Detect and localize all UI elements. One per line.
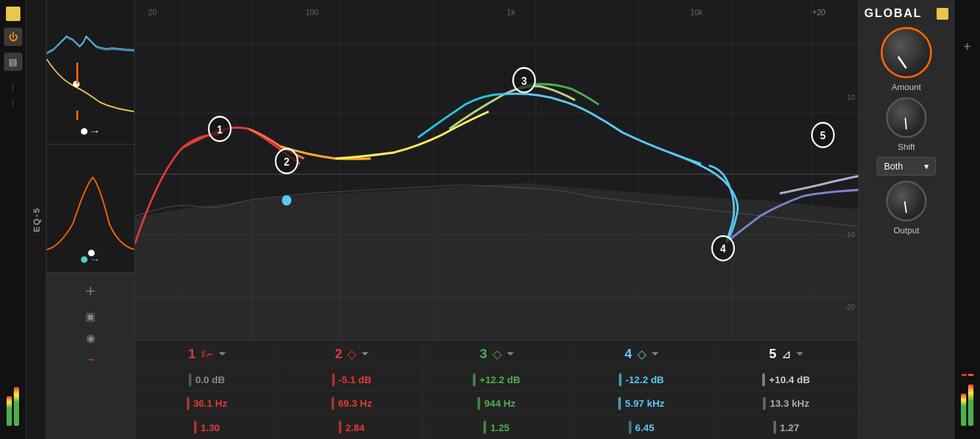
right-orange-dash [968, 374, 973, 376]
right-plus-button[interactable]: + [964, 39, 971, 55]
sidebar-label-area: EQ-5 [26, 0, 46, 439]
right-dash-indicators [962, 374, 973, 376]
shift-knob[interactable] [886, 97, 927, 138]
band-2-gain[interactable]: -5.1 dB [280, 368, 424, 391]
teal-dot [81, 256, 87, 263]
white-dot [81, 128, 87, 135]
main-eq-area: 20 100 1k 10k +20 -10 -10 -20 [135, 0, 858, 439]
add-band-button[interactable]: + [86, 281, 95, 301]
band-4-num: 4 [625, 346, 632, 361]
band-2-num: 2 [335, 346, 342, 361]
band-1-freq-value: 36.1 Hz [193, 398, 228, 409]
band-4-icon: ◇ [637, 347, 647, 361]
band-2-freq-value: 69.3 Hz [338, 398, 372, 409]
white-arrow-indicator: → [81, 126, 101, 137]
db-minus20: -20 [845, 303, 855, 311]
svg-rect-3 [76, 110, 78, 120]
svg-point-24 [282, 195, 291, 206]
band-3-freq[interactable]: 944 Hz [424, 392, 569, 415]
left-meter-bar-2 [14, 387, 19, 427]
band-4-gain-value: -12.2 dB [625, 374, 664, 385]
svg-rect-2 [76, 62, 78, 84]
band-1-gain[interactable]: 0.0 dB [135, 368, 280, 391]
band-4-dropdown[interactable] [652, 352, 658, 356]
freq-20: 20 [148, 8, 157, 17]
band-4-q-indicator [629, 421, 631, 434]
svg-text:3: 3 [522, 74, 527, 87]
mini-eq-middle: → [47, 145, 134, 273]
both-dropdown[interactable]: Both ▾ [877, 157, 936, 175]
right-strip: + [954, 0, 980, 439]
white-arrow-icon: → [90, 126, 101, 137]
band-5-q[interactable]: 1.27 [714, 415, 858, 439]
eq-graph[interactable]: 20 100 1k 10k +20 -10 -10 -20 [135, 0, 858, 340]
band-1-q-value: 1.30 [201, 422, 220, 433]
band-3-type[interactable]: 3 ◇ [424, 340, 569, 367]
db-minus10: -10 [845, 231, 855, 239]
output-knob[interactable] [886, 181, 927, 221]
band-1-gain-value: 0.0 dB [195, 374, 225, 385]
band-1-gain-indicator [189, 373, 191, 386]
amount-knob-container: Amount [859, 27, 954, 92]
band-5-freq-value: 13.3 kHz [770, 398, 809, 409]
band-5-gain-value: +10.4 dB [769, 374, 810, 385]
band-3-dropdown[interactable] [507, 352, 514, 356]
band-2-type[interactable]: 2 ◇ [280, 340, 424, 367]
sidebar-panel: → → + ▣ ◉ → [46, 0, 135, 439]
band-2-dropdown[interactable] [362, 352, 368, 356]
shift-label: Shift [898, 142, 915, 152]
band-4-q[interactable]: 6.45 [570, 415, 714, 439]
q-row: 1.30 2.84 1.25 6.45 1.27 [135, 415, 858, 439]
band-5-dropdown[interactable] [796, 352, 803, 356]
band-3-gain-value: +12.2 dB [479, 374, 520, 385]
window-icon[interactable]: ▣ [86, 310, 95, 323]
band-4-gain-indicator [619, 373, 622, 386]
clock-icon[interactable]: ◉ [86, 332, 95, 344]
band-4-freq[interactable]: 5.97 kHz [570, 392, 714, 415]
teal-arrow-icon: → [90, 254, 101, 266]
band-5-freq[interactable]: 13.3 kHz [714, 392, 858, 415]
band-3-q[interactable]: 1.25 [424, 415, 569, 439]
global-header: GLOBAL [859, 7, 954, 24]
band-1-q[interactable]: 1.30 [135, 415, 280, 439]
band-3-gain[interactable]: +12.2 dB [424, 368, 569, 391]
band-2-q-value: 2.84 [345, 422, 364, 433]
band-4-gain[interactable]: -12.2 dB [570, 368, 714, 391]
band-3-freq-indicator [478, 397, 480, 410]
band-2-gain-value: -5.1 dB [339, 374, 372, 385]
band-2-gain-indicator [332, 373, 335, 386]
right-global-panel: GLOBAL Amount Shift Both ▾ Output [858, 0, 954, 439]
band-5-gain[interactable]: +10.4 dB [714, 368, 858, 391]
freq-plus20: +20 [812, 8, 825, 17]
sidebar-bottom: + ▣ ◉ → [47, 273, 134, 439]
band-1-icon: ♯⌐ [201, 347, 214, 361]
left-yellow-square [6, 7, 20, 21]
band-3-freq-value: 944 Hz [484, 398, 516, 409]
amount-knob-indicator [897, 56, 907, 69]
band-5-type[interactable]: 5 ⊿ [714, 340, 858, 367]
band-4-q-value: 6.45 [635, 422, 654, 433]
band-2-freq[interactable]: 69.3 Hz [280, 392, 424, 415]
amount-knob[interactable] [881, 27, 932, 78]
svg-text:1: 1 [217, 123, 223, 135]
band-3-q-indicator [483, 421, 486, 434]
band-3-icon: ◇ [493, 347, 502, 361]
sidebar-bottom-icons: ▣ ◉ → [86, 310, 96, 365]
right-meter [961, 374, 973, 432]
band-2-q[interactable]: 2.84 [280, 415, 424, 439]
left-dash2: — [9, 99, 18, 107]
left-strip: ⏻ ▤ — — [0, 0, 26, 439]
arrow-right-icon[interactable]: → [86, 354, 96, 365]
band-4-type[interactable]: 4 ◇ [570, 340, 714, 367]
band-3-gain-indicator [473, 373, 476, 386]
folder-button[interactable]: ▤ [4, 53, 22, 71]
band-1-type[interactable]: 1 ♯⌐ [135, 340, 280, 367]
band-5-icon: ⊿ [781, 347, 791, 361]
band-2-freq-indicator [331, 397, 334, 410]
global-title: GLOBAL [864, 7, 922, 20]
freq-10k: 10k [690, 8, 702, 17]
band-1-dropdown[interactable] [219, 352, 226, 356]
power-button[interactable]: ⏻ [4, 28, 22, 46]
band-1-freq[interactable]: 36.1 Hz [135, 392, 280, 415]
band-5-q-value: 1.27 [780, 422, 799, 433]
